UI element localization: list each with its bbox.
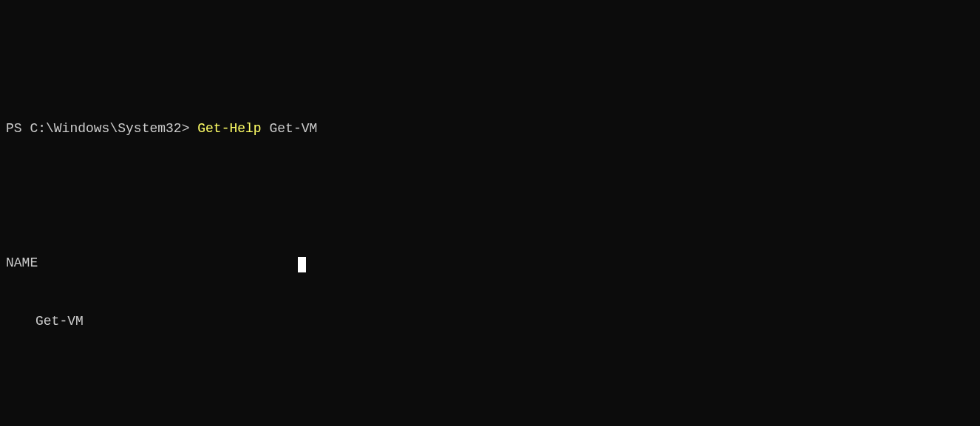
command-argument: Get-VM [262,121,318,136]
powershell-terminal[interactable]: PS C:\Windows\System32> Get-Help Get-VM … [6,80,974,426]
section-name-value: Get-VM [6,312,974,331]
section-name-header-line: NAME [6,253,974,272]
section-name-header: NAME [6,253,38,272]
terminal-cursor [298,257,306,272]
prompt-path: PS C:\Windows\System32> [6,121,197,136]
blank-line [6,369,974,388]
blank-line [6,176,974,196]
prompt-line: PS C:\Windows\System32> Get-Help Get-VM [6,119,974,138]
command-cmdlet: Get-Help [197,121,261,136]
